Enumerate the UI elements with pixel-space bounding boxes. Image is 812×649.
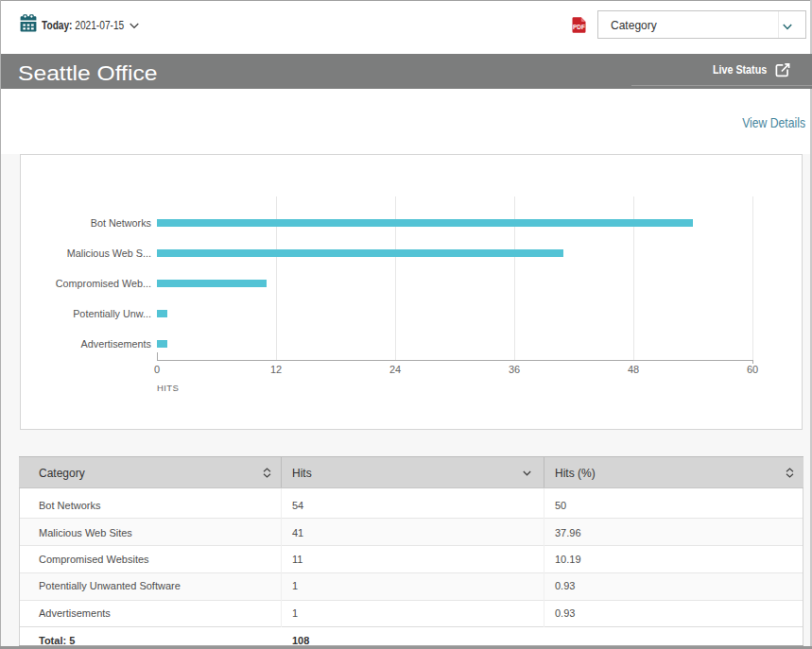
svg-text:PDF: PDF [573, 24, 585, 30]
